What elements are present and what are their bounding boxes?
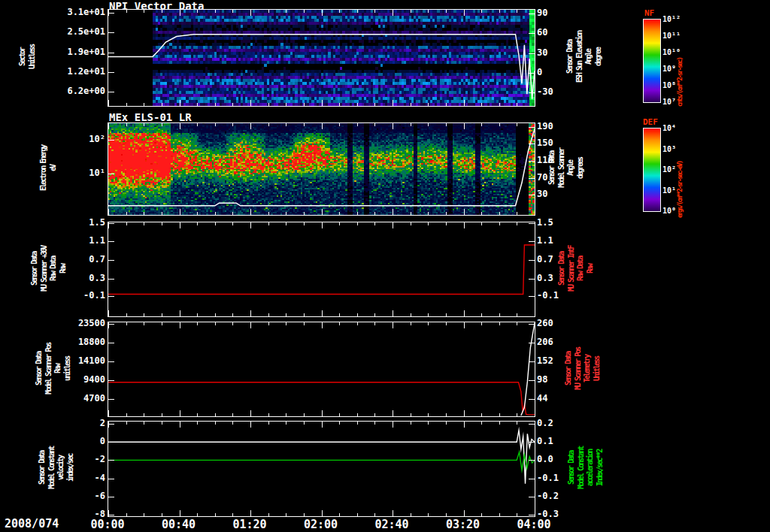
- time-axis-tick-labels: 00:0000:4001:2002:0002:4003:2004:00: [108, 518, 534, 531]
- axis-label-line: degree: [594, 9, 604, 105]
- axis-label-line: Sector: [18, 9, 28, 105]
- axis-label-line: Electron Energy: [39, 122, 49, 214]
- scanner-pos-line-canvas: [108, 322, 535, 416]
- axis-label-line: Angle: [566, 122, 576, 214]
- axis-label-line: Sensor Data: [38, 421, 47, 515]
- axis-label-line: Raw: [59, 222, 68, 316]
- axis-label-line: Model Scanner: [557, 122, 567, 214]
- colorbar-tick-label: 10⁷: [662, 98, 676, 106]
- axis-label-line: Sensor Data: [35, 322, 44, 416]
- x-tick-label: 03:20: [446, 518, 480, 531]
- axis-label-line: unitless: [63, 322, 73, 416]
- axis-label-line: Index/sec**2: [596, 421, 605, 515]
- colorbar-tick-label: 10⁴: [662, 124, 676, 132]
- axis-label-line: ESH Sun Elevation: [575, 9, 585, 105]
- panel5-left-axis-label: Sensor DataModel Constantvelocityindex/s…: [38, 421, 75, 515]
- plot-screen: NPI Vector Data MEx ELS-01 LR 3.1e+012.5…: [0, 0, 770, 532]
- x-tick-label: 02:40: [374, 518, 408, 531]
- axis-label-line: Raw: [53, 322, 63, 416]
- nf-colorbar-unit-label: cnts/(cm**2-sr-sec): [676, 9, 684, 107]
- axis-label-line: Unitless: [593, 322, 602, 416]
- panel1-left-axis-label: SectorUnitless: [18, 9, 37, 105]
- date-label: 2008/074: [5, 517, 59, 530]
- axis-label-line: Model Constant: [577, 421, 587, 515]
- axis-label-line: eV: [49, 122, 59, 214]
- nf-colorbar: [643, 19, 661, 103]
- npi-spectrogram-canvas: [108, 10, 535, 106]
- y-tick-label: 6.2e+00: [59, 86, 105, 96]
- y-tick-label: 10¹: [59, 168, 105, 178]
- y-tick-label: 1.9e+01: [59, 47, 105, 57]
- panel4-left-axis-label: Sensor DataModel Scanner PosRawunitless: [35, 322, 72, 416]
- panel1-right-axis-label: Sensor DataESH Sun ElevationAngledegree: [565, 9, 603, 105]
- axis-label-line: MU Scanner +30V: [40, 222, 50, 316]
- mu-scanner-line-panel: [108, 222, 535, 317]
- axis-label-line: Raw: [586, 222, 596, 316]
- axis-label-line: Raw Data: [49, 222, 59, 316]
- model-constant-line-panel: [108, 421, 535, 517]
- axis-label-line: Unitless: [28, 9, 38, 105]
- mu-scanner-line-canvas: [108, 222, 535, 316]
- axis-label-line: index/sec: [66, 421, 76, 515]
- axis-label-line: Sensor Data: [565, 9, 575, 105]
- x-tick-label: 00:00: [90, 518, 124, 531]
- axis-label-line: Model Constant: [47, 421, 57, 515]
- panel1-left-tick-labels: 3.1e+012.5e+011.9e+011.2e+016.2e+00: [59, 9, 105, 105]
- panel4-right-axis-label: Sensor DataMU Scanner PosTelemetryUnitle…: [564, 322, 602, 416]
- colorbar-tick-label: 10⁸: [662, 81, 676, 89]
- x-tick-label: 04:00: [517, 518, 550, 531]
- x-tick-label: 00:40: [162, 518, 196, 531]
- panel2-left-tick-labels: 10²10¹: [59, 122, 105, 214]
- axis-label-line: Model Scanner Pos: [44, 322, 54, 416]
- axis-label-line: acceleration: [586, 421, 596, 515]
- x-tick-label: 02:00: [304, 518, 338, 531]
- els-spectrogram-canvas: [108, 123, 535, 215]
- panel3-right-axis-label: Sensor DataMU Scanner IntFRaw DataRaw: [557, 222, 595, 316]
- model-constant-line-canvas: [108, 422, 535, 516]
- y-tick-label: 10²: [59, 134, 105, 144]
- axis-label-line: MU Scanner Pos: [574, 322, 584, 416]
- panel2-right-axis-label: Sensor DataModel ScannerAngledegrees: [547, 122, 585, 214]
- axis-label-line: MU Scanner IntF: [567, 222, 577, 316]
- scanner-pos-line-panel: [108, 322, 535, 417]
- axis-label-line: degrees: [576, 122, 586, 214]
- colorbar-tick-label: 10¹: [662, 186, 676, 194]
- colorbar-tick-label: 10³: [662, 144, 676, 153]
- x-tick-label: 01:20: [232, 518, 266, 531]
- colorbar-tick-label: 10⁰: [662, 207, 676, 215]
- nf-colorbar-title: NF: [644, 8, 654, 18]
- panel3-left-axis-label: Sensor DataMU Scanner +30VRaw DataRaw: [30, 222, 68, 316]
- def-colorbar: [643, 128, 661, 212]
- y-tick-label: 3.1e+01: [59, 7, 105, 17]
- axis-label-line: Sensor Data: [567, 421, 577, 515]
- def-colorbar-title: DEF: [643, 117, 658, 127]
- def-colorbar-unit-label: ergs/(cm**2-sr-sec-eV): [676, 120, 684, 218]
- colorbar-tick-label: 10²: [662, 165, 676, 174]
- y-tick-label: 1.2e+01: [59, 66, 105, 77]
- axis-label-line: velocity: [56, 421, 66, 515]
- axis-label-line: Raw Data: [576, 222, 586, 316]
- colorbar-tick-label: 10⁹: [662, 65, 676, 73]
- npi-spectrogram-panel: [108, 9, 535, 107]
- axis-label-line: Telemetry: [583, 322, 593, 416]
- axis-label-line: Sensor Data: [557, 222, 567, 316]
- panel5-right-axis-label: Sensor DataModel ConstantaccelerationInd…: [567, 421, 605, 515]
- y-tick-label: 2.5e+01: [59, 26, 105, 37]
- panel2-title: MEx ELS-01 LR: [109, 111, 192, 123]
- axis-label-line: Angle: [584, 9, 594, 105]
- axis-label-line: Sensor Data: [30, 222, 40, 316]
- panel2-left-axis-label: Electron EnergyeV: [39, 122, 58, 214]
- axis-label-line: Sensor Data: [564, 322, 574, 416]
- els-spectrogram-panel: [108, 122, 535, 216]
- axis-label-line: Sensor Data: [547, 122, 557, 214]
